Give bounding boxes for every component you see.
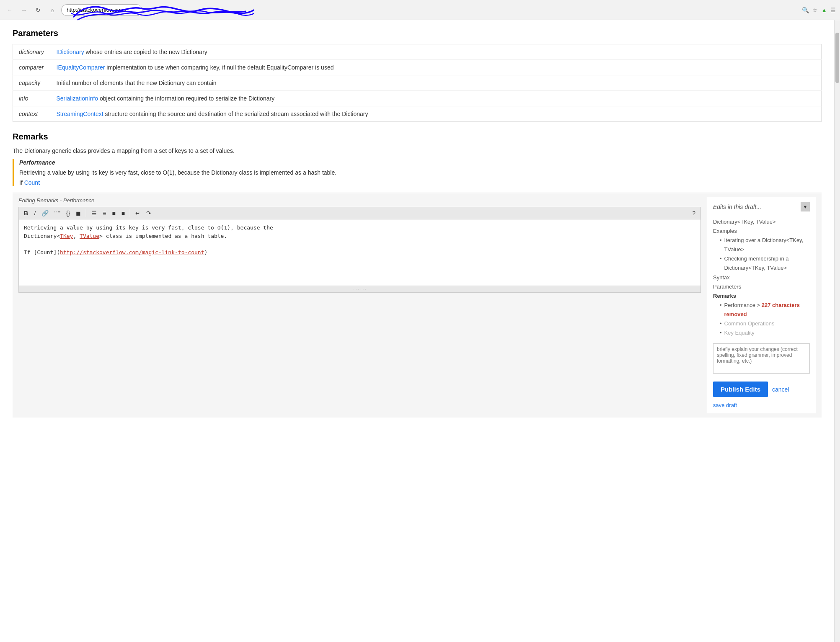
explain-textarea-wrap bbox=[713, 341, 810, 375]
param-desc-dictionary: IDictionary whose entries are copied to … bbox=[51, 44, 822, 60]
table-row: comparer IEqualityComparer implementatio… bbox=[13, 60, 822, 75]
if-text: If bbox=[19, 179, 24, 186]
undo-button[interactable]: ↵ bbox=[134, 209, 142, 217]
param-name-capacity: capacity bbox=[13, 75, 51, 91]
code-button[interactable]: {} bbox=[65, 209, 72, 217]
editor-panel: Editing Remarks - Performance B I 🔗 " " … bbox=[13, 193, 822, 418]
edits-panel: Edits in this draft... ▼ Dictionary<TKey… bbox=[707, 197, 816, 413]
edits-item-syntax: Syntax bbox=[713, 273, 810, 282]
table-row: info SerializationInfo object containing… bbox=[13, 91, 822, 106]
editor-line-3: If [Count](http://stackoverflow.com/magi… bbox=[24, 248, 695, 257]
editor-resize-handle[interactable]: · · · · · · bbox=[18, 286, 701, 293]
if-count: If Count bbox=[19, 179, 822, 186]
param-desc-capacity: Initial number of elements that the new … bbox=[51, 75, 822, 91]
home-button[interactable]: ⌂ bbox=[47, 5, 58, 15]
count-url: http://stackoverflow.com/magic-link-to-c… bbox=[60, 249, 204, 255]
redo-button[interactable]: ↷ bbox=[145, 209, 153, 217]
search-icon[interactable]: 🔍 bbox=[802, 7, 809, 13]
performance-title: Performance bbox=[19, 159, 822, 166]
italic-button[interactable]: I bbox=[32, 209, 37, 217]
param-desc-comparer: IEqualityComparer implementation to use … bbox=[51, 60, 822, 75]
main-wrapper: Parameters dictionary IDictionary whose … bbox=[0, 20, 840, 642]
ordered-list-button[interactable]: ☰ bbox=[90, 209, 98, 217]
param-name-comparer: comparer bbox=[13, 60, 51, 75]
extension-icon[interactable]: ▲ bbox=[821, 7, 827, 13]
page-scrollbar[interactable] bbox=[834, 20, 840, 642]
editor-content-area[interactable]: Retrieving a value by using its key is v… bbox=[18, 219, 701, 286]
edits-item-remarks: Remarks bbox=[713, 291, 810, 301]
edits-dropdown-button[interactable]: ▼ bbox=[801, 202, 810, 211]
link-button[interactable]: 🔗 bbox=[40, 209, 50, 217]
performance-block: Performance Retrieving a value by using … bbox=[13, 159, 822, 186]
align-button[interactable]: ■ bbox=[110, 209, 117, 217]
table-row: context StreamingContext structure conta… bbox=[13, 106, 822, 122]
scrollbar-thumb[interactable] bbox=[835, 33, 839, 83]
editor-label: Editing Remarks - Performance bbox=[18, 197, 701, 204]
edits-item-parameters: Parameters bbox=[713, 282, 810, 291]
edits-item-iterating: • Iterating over a Dictionary<TKey, TVal… bbox=[713, 236, 810, 254]
performance-body: Retrieving a value by using its key is v… bbox=[19, 169, 822, 176]
forward-button[interactable]: → bbox=[18, 5, 29, 15]
tvalue-text: TValue bbox=[80, 233, 99, 239]
back-button[interactable]: ← bbox=[4, 5, 15, 15]
serializationinfo-link[interactable]: SerializationInfo bbox=[57, 95, 98, 102]
params-table: dictionary IDictionary whose entries are… bbox=[13, 44, 822, 122]
address-bar-wrap bbox=[61, 4, 799, 16]
edits-item-examples: Examples bbox=[713, 227, 810, 236]
param-desc-info: SerializationInfo object containing the … bbox=[51, 91, 822, 106]
iequalitycomparer-link[interactable]: IEqualityComparer bbox=[57, 64, 105, 71]
remarks-title: Remarks bbox=[13, 132, 822, 142]
edits-item-key-equality: • Key Equality bbox=[713, 328, 810, 338]
remarks-section: Remarks The Dictionary generic class pro… bbox=[13, 132, 822, 186]
page-content: Parameters dictionary IDictionary whose … bbox=[0, 20, 834, 642]
param-name-context: context bbox=[13, 106, 51, 122]
bold-button[interactable]: B bbox=[22, 209, 30, 217]
param-desc-context: StreamingContext structure containing th… bbox=[51, 106, 822, 122]
action-buttons: Publish Edits cancel bbox=[713, 382, 810, 397]
editor-toolbar: B I 🔗 " " {} ◼ ☰ ≡ ■ ■ ↵ ↷ ? bbox=[18, 207, 701, 219]
indent-button[interactable]: ■ bbox=[120, 209, 127, 217]
address-bar[interactable] bbox=[61, 4, 142, 16]
parameters-title: Parameters bbox=[13, 28, 822, 38]
streamingcontext-link[interactable]: StreamingContext bbox=[57, 111, 103, 117]
param-name-dictionary: dictionary bbox=[13, 44, 51, 60]
unordered-list-button[interactable]: ≡ bbox=[101, 209, 108, 217]
refresh-button[interactable]: ↻ bbox=[33, 5, 44, 15]
bookmark-icon[interactable]: ☆ bbox=[812, 7, 818, 13]
menu-icon[interactable]: ☰ bbox=[830, 7, 836, 13]
edits-item-performance: • Performance > 227 characters removed bbox=[713, 301, 810, 319]
count-link[interactable]: Count bbox=[24, 179, 40, 186]
edits-header: Edits in this draft... ▼ bbox=[713, 202, 810, 211]
param-name-info: info bbox=[13, 91, 51, 106]
browser-chrome: ← → ↻ ⌂ 🔍 ☆ ▲ ☰ bbox=[0, 0, 840, 20]
table-row: capacity Initial number of elements that… bbox=[13, 75, 822, 91]
edits-item-dictionary: Dictionary<TKey, TValue> bbox=[713, 217, 810, 227]
edits-list: Dictionary<TKey, TValue> Examples • Iter… bbox=[713, 217, 810, 338]
cancel-link[interactable]: cancel bbox=[772, 386, 789, 393]
explain-textarea[interactable] bbox=[713, 343, 810, 374]
tkey-text: TKey bbox=[60, 233, 73, 239]
editor-line-2: Dictionary<TKey, TValue> class is implem… bbox=[24, 232, 695, 240]
help-button[interactable]: ? bbox=[690, 209, 697, 217]
table-row: dictionary IDictionary whose entries are… bbox=[13, 44, 822, 60]
editor-line-1: Retrieving a value by using its key is v… bbox=[24, 224, 695, 232]
editor-blank-line bbox=[24, 240, 695, 248]
edits-title: Edits in this draft... bbox=[713, 204, 761, 210]
removed-text: 227 characters removed bbox=[724, 302, 800, 317]
idictionary-link[interactable]: IDictionary bbox=[57, 49, 84, 55]
remarks-intro: The Dictionary generic class provides a … bbox=[13, 147, 822, 154]
edits-item-checking: • Checking membership in a Dictionary<TK… bbox=[713, 254, 810, 273]
publish-edits-button[interactable]: Publish Edits bbox=[713, 382, 768, 397]
edits-item-common-ops: • Common Operations bbox=[713, 319, 810, 328]
save-draft-link[interactable]: save draft bbox=[713, 402, 810, 408]
toolbar-separator-2 bbox=[130, 209, 130, 217]
editor-left: Editing Remarks - Performance B I 🔗 " " … bbox=[18, 197, 701, 413]
image-button[interactable]: ◼ bbox=[74, 209, 83, 217]
blockquote-button[interactable]: " " bbox=[53, 209, 62, 217]
toolbar-separator bbox=[86, 209, 86, 217]
